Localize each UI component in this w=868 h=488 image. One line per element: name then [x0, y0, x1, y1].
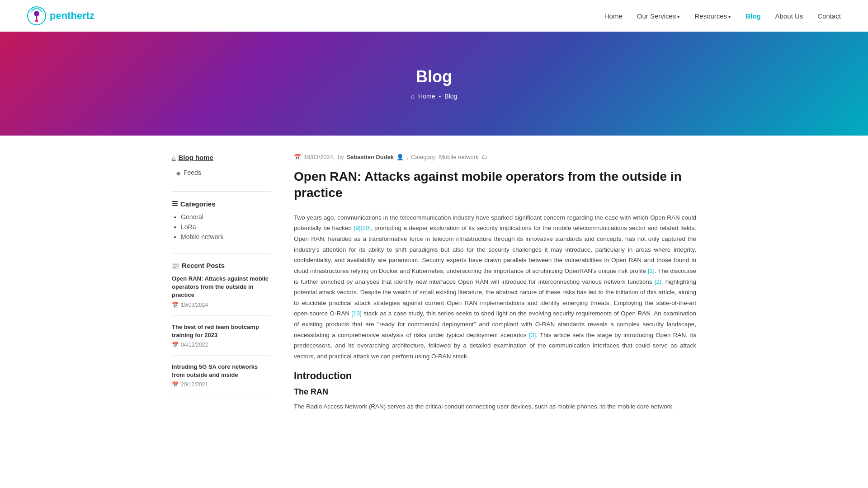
calendar-icon-1: [172, 302, 179, 308]
post-intro-paragraph: Two years ago, communications in the tel…: [294, 212, 696, 362]
home-icon: [172, 154, 175, 161]
author-icon: 👤: [396, 154, 404, 160]
logo-icon: [27, 6, 46, 25]
recent-post-3-date: 20/12/2021: [172, 381, 271, 388]
logo[interactable]: penthertz: [27, 6, 94, 25]
nav-links: Home Our Services Resources Blog About U…: [604, 12, 841, 20]
recent-post-3-title: Intruding 5G SA core networks from outsi…: [172, 363, 271, 379]
nav-blog[interactable]: Blog: [745, 12, 760, 20]
recent-post-2-title: The best of red team bootcamp training f…: [172, 323, 271, 339]
navigation: penthertz Home Our Services Resources Bl…: [0, 0, 868, 32]
breadcrumb: ⌂ Home ● Blog: [411, 93, 458, 100]
calendar-icon-2: [172, 342, 179, 348]
category-label: Category:: [411, 154, 436, 160]
recent-post-3-link[interactable]: Intruding 5G SA core networks from outsi…: [172, 363, 258, 378]
recent-post-1: Open RAN: Attacks against mobile operato…: [172, 275, 271, 316]
post-category: Mobile network: [439, 154, 478, 160]
category-icon: 🗂: [481, 154, 487, 160]
sidebar-blog-home-section: Blog home Feeds: [172, 154, 271, 178]
sidebar-category-lora[interactable]: LoRa: [181, 223, 196, 230]
sidebar-feeds-link[interactable]: Feeds: [176, 167, 271, 178]
nav-resources[interactable]: Resources: [695, 12, 731, 20]
recent-post-2-link[interactable]: The best of red team bootcamp training f…: [172, 324, 259, 338]
breadcrumb-home-link[interactable]: Home: [418, 93, 435, 100]
post-title: Open RAN: Attacks against mobile operato…: [294, 169, 696, 202]
sidebar-blog-home-link[interactable]: Blog home: [172, 154, 271, 161]
sidebar-categories-list: General LoRa Mobile network: [172, 213, 271, 240]
sidebar-categories-heading: Categories: [172, 200, 271, 208]
ran-heading: The RAN: [294, 387, 696, 397]
home-breadcrumb-icon: ⌂: [411, 93, 415, 100]
logo-text: penthertz: [50, 10, 94, 22]
breadcrumb-separator: ●: [439, 94, 441, 99]
sidebar-categories-section: Categories General LoRa Mobile network: [172, 200, 271, 240]
svg-point-2: [35, 19, 38, 22]
meta-sep: ,: [406, 154, 408, 160]
recent-posts-icon: [172, 262, 179, 269]
main-content: 📅 19/03/2024, by Sebastien Dudek 👤 , Cat…: [294, 154, 696, 420]
recent-post-1-title: Open RAN: Attacks against mobile operato…: [172, 275, 271, 300]
feed-icon: [176, 169, 181, 176]
post-body: Two years ago, communications in the tel…: [294, 212, 696, 412]
nav-about-us[interactable]: About Us: [775, 12, 803, 20]
post-author: Sebastien Dudek: [346, 154, 394, 160]
calendar-icon-3: [172, 381, 179, 388]
sidebar-divider-2: [172, 253, 271, 253]
main-container: Blog home Feeds Categories General LoRa: [163, 136, 705, 438]
post-date: 19/03/2024,: [304, 154, 335, 160]
ref-3[interactable]: [3]: [529, 332, 536, 338]
breadcrumb-current: Blog: [444, 93, 457, 100]
sidebar: Blog home Feeds Categories General LoRa: [172, 154, 271, 420]
sidebar-category-mobile-network[interactable]: Mobile network: [181, 233, 223, 240]
recent-post-2: The best of red team bootcamp training f…: [172, 323, 271, 356]
meta-by: by: [338, 154, 344, 160]
recent-post-1-date: 19/03/2024: [172, 302, 271, 308]
ref-2[interactable]: [2]: [655, 278, 661, 285]
nav-home[interactable]: Home: [604, 12, 623, 20]
hero-banner: Blog ⌂ Home ● Blog: [0, 32, 868, 136]
recent-post-3: Intruding 5G SA core networks from outsi…: [172, 363, 271, 395]
ref-9[interactable]: [9]: [354, 225, 360, 231]
sidebar-recent-posts-section: Recent Posts Open RAN: Attacks against m…: [172, 262, 271, 395]
hero-title: Blog: [416, 67, 452, 86]
sidebar-category-general[interactable]: General: [181, 213, 203, 221]
list-icon: [172, 200, 178, 208]
ran-paragraph: The Radio Access Network (RAN) serves as…: [294, 401, 696, 412]
recent-post-2-date: 04/12/2022: [172, 342, 271, 348]
post-meta: 📅 19/03/2024, by Sebastien Dudek 👤 , Cat…: [294, 154, 696, 160]
sidebar-divider-1: [172, 191, 271, 192]
ref-1[interactable]: [1]: [648, 267, 655, 274]
intro-heading: Introduction: [294, 370, 696, 382]
ref-13[interactable]: [13]: [351, 310, 362, 317]
calendar-icon-meta: 📅: [294, 154, 301, 160]
nav-our-services[interactable]: Our Services: [637, 12, 680, 20]
svg-point-1: [34, 11, 39, 16]
nav-contact[interactable]: Contact: [817, 12, 841, 20]
sidebar-recent-posts-heading: Recent Posts: [172, 262, 271, 269]
ref-10[interactable]: [10]: [360, 225, 371, 231]
recent-post-1-link[interactable]: Open RAN: Attacks against mobile operato…: [172, 275, 269, 298]
